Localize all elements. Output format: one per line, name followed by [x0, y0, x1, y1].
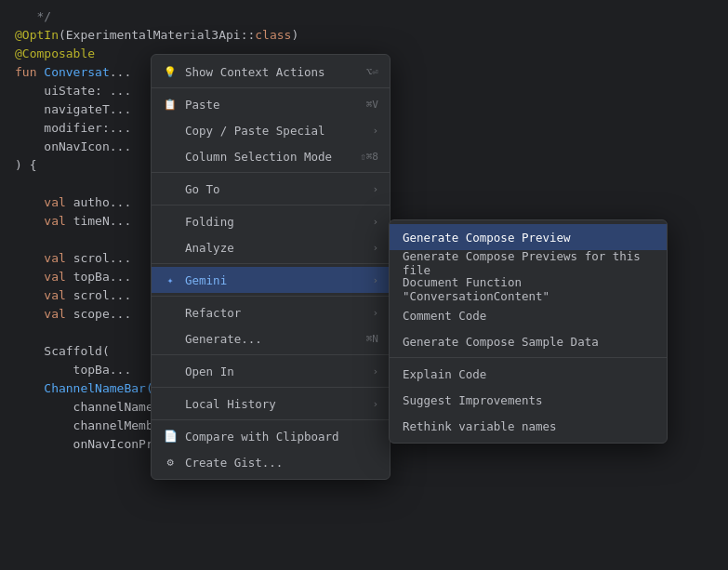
comment-code-label: Comment Code	[403, 309, 486, 323]
explain-code-item[interactable]: Explain Code	[390, 361, 667, 387]
folding-icon	[163, 214, 178, 229]
refactor-icon	[163, 305, 178, 320]
rethink-variable-names-item[interactable]: Rethink variable names	[390, 413, 667, 439]
column-label: Column Selection Mode	[185, 150, 332, 164]
open-in-item[interactable]: Open In ›	[152, 358, 390, 384]
paste-shortcut: ⌘V	[366, 99, 378, 111]
open-in-arrow-icon: ›	[372, 365, 378, 378]
column-shortcut: ⇧⌘8	[360, 151, 378, 163]
paste-label: Paste	[185, 98, 220, 112]
generate-compose-previews-file-item[interactable]: Generate Compose Previews for this file	[390, 250, 667, 276]
paste-icon: 📋	[163, 97, 178, 112]
refactor-arrow-icon: ›	[372, 307, 378, 319]
comment-code-item[interactable]: Comment Code	[390, 302, 667, 328]
code-line: */	[15, 7, 713, 26]
divider	[152, 87, 390, 88]
goto-icon	[163, 181, 178, 196]
open-in-icon	[163, 364, 178, 378]
generate-label: Generate...	[185, 332, 262, 346]
local-history-label: Local History	[185, 397, 276, 411]
generate-compose-preview-item[interactable]: Generate Compose Preview	[390, 224, 667, 250]
document-function-label: Document Function "ConversationContent"	[403, 275, 654, 303]
copy-paste-label: Copy / Paste Special	[185, 124, 325, 138]
arrow-icon: ›	[372, 125, 378, 137]
refactor-label: Refactor	[185, 306, 241, 320]
show-context-actions-item[interactable]: 💡 Show Context Actions ⌥⏎	[152, 59, 390, 85]
gist-icon: ⚙	[163, 455, 178, 470]
divider	[152, 263, 390, 264]
gemini-item[interactable]: ✦ Gemini ›	[152, 267, 390, 293]
folding-arrow-icon: ›	[372, 216, 378, 228]
divider	[152, 172, 390, 173]
go-to-label: Go To	[185, 182, 220, 196]
analyze-label: Analyze	[185, 241, 234, 255]
divider	[152, 296, 390, 297]
divider	[152, 354, 390, 355]
go-to-item[interactable]: Go To ›	[152, 176, 390, 202]
create-gist-item[interactable]: ⚙ Create Gist...	[152, 449, 390, 475]
submenu-divider	[390, 357, 667, 358]
suggest-improvements-item[interactable]: Suggest Improvements	[390, 387, 667, 413]
analyze-arrow-icon: ›	[372, 242, 378, 254]
history-icon	[163, 396, 178, 411]
refactor-item[interactable]: Refactor ›	[152, 299, 390, 325]
column-icon	[163, 149, 178, 164]
shortcut-context-actions: ⌥⏎	[366, 66, 378, 78]
gemini-arrow-icon: ›	[372, 274, 378, 286]
column-selection-item[interactable]: Column Selection Mode ⇧⌘8	[152, 143, 390, 169]
generate-icon	[163, 331, 178, 346]
folding-label: Folding	[185, 215, 234, 229]
compare-clipboard-item[interactable]: 📄 Compare with Clipboard	[152, 423, 390, 449]
history-arrow-icon: ›	[372, 398, 378, 410]
paste-item[interactable]: 📋 Paste ⌘V	[152, 91, 390, 117]
bulb-icon: 💡	[163, 64, 178, 79]
gemini-label: Gemini	[185, 273, 227, 287]
document-function-item[interactable]: Document Function "ConversationContent"	[390, 276, 667, 302]
generate-compose-sample-item[interactable]: Generate Compose Sample Data	[390, 328, 667, 354]
generate-item[interactable]: Generate... ⌘N	[152, 325, 390, 351]
divider	[152, 387, 390, 388]
divider	[152, 419, 390, 420]
compare-label: Compare with Clipboard	[185, 430, 339, 444]
folding-item[interactable]: Folding ›	[152, 208, 390, 234]
gemini-submenu: Generate Compose Preview Generate Compos…	[389, 219, 668, 444]
context-menu: 💡 Show Context Actions ⌥⏎ 📋 Paste ⌘V Cop…	[151, 54, 390, 480]
create-gist-label: Create Gist...	[185, 456, 283, 470]
rethink-variable-names-label: Rethink variable names	[403, 419, 557, 433]
generate-shortcut: ⌘N	[366, 333, 378, 345]
explain-code-label: Explain Code	[403, 367, 486, 381]
goto-arrow-icon: ›	[372, 183, 378, 195]
show-context-actions-label: Show Context Actions	[185, 65, 325, 79]
code-line: @OptIn(ExperimentalMaterial3Api::class)	[15, 26, 713, 45]
local-history-item[interactable]: Local History ›	[152, 391, 390, 417]
compare-icon: 📄	[163, 429, 178, 444]
gemini-icon: ✦	[163, 272, 178, 287]
suggest-improvements-label: Suggest Improvements	[403, 393, 543, 407]
divider	[152, 205, 390, 205]
copy-paste-icon	[163, 123, 178, 138]
generate-compose-previews-file-label: Generate Compose Previews for this file	[403, 249, 654, 277]
generate-compose-preview-label: Generate Compose Preview	[403, 231, 571, 245]
analyze-item[interactable]: Analyze ›	[152, 234, 390, 260]
analyze-icon	[163, 240, 178, 255]
open-in-label: Open In	[185, 365, 234, 378]
copy-paste-special-item[interactable]: Copy / Paste Special ›	[152, 117, 390, 143]
generate-compose-sample-label: Generate Compose Sample Data	[403, 335, 599, 349]
